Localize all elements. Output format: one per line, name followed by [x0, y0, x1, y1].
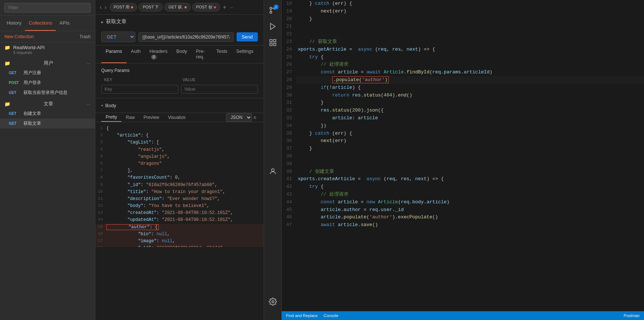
status-bar: Find and Replace Console Postman: [282, 311, 644, 320]
pretty-button[interactable]: Pretty: [101, 113, 121, 122]
filter-section: [0, 0, 95, 16]
git-icon-btn[interactable]: 2: [266, 3, 280, 18]
status-postman: Postman: [624, 313, 640, 318]
tab-history[interactable]: History: [3, 16, 25, 31]
code-editor[interactable]: 18 } catch (err) { 19 next(err) 20 } 21 …: [282, 0, 644, 311]
editor-line-27: 27 const article = await Article.findByI…: [282, 69, 644, 76]
tab-pill-label-2: GET 获.: [168, 4, 183, 10]
method-select[interactable]: GET POST PUT DELETE: [101, 32, 135, 42]
editor-line-29: 29 if(!article) {: [282, 84, 644, 92]
response-body: 1{ 2 "article": { 3 "tagList": [ 4 "reac…: [95, 122, 264, 247]
tab-pill-label-0: POST 用: [114, 4, 130, 10]
request-title: 获取文章: [106, 18, 127, 25]
status-console[interactable]: Console: [323, 313, 338, 318]
url-bar: GET POST PUT DELETE Send: [95, 29, 264, 46]
request-name-create-article: 创建文章: [23, 110, 41, 117]
method-badge-get3: GET: [9, 112, 21, 116]
code-line-6: 6 "dragons": [95, 160, 264, 167]
svg-rect-7: [273, 43, 275, 46]
tab-collections[interactable]: Collections: [25, 16, 56, 31]
run-icon-btn[interactable]: [266, 19, 280, 34]
send-button[interactable]: Send: [237, 32, 258, 41]
gear-icon-btn[interactable]: [266, 294, 280, 309]
editor-line-28: 28 .populate('author'): [282, 76, 644, 84]
code-line-17: 17 "image": null,: [95, 238, 264, 245]
code-line-3: 3 "tagList": [: [95, 139, 264, 146]
editor-line-36: 36 next(err): [282, 137, 644, 145]
code-line-1: 1{: [95, 125, 264, 132]
value-input[interactable]: [181, 85, 258, 94]
request-item-login[interactable]: POST 用户登录: [0, 78, 95, 88]
back-button[interactable]: ‹: [100, 4, 102, 11]
request-item-register[interactable]: GET 用户注册: [0, 68, 95, 78]
visualize-button[interactable]: Visualize: [164, 113, 190, 121]
grid-icon-btn[interactable]: [266, 35, 280, 50]
git-badge: 2: [274, 4, 279, 10]
request-item-create-article[interactable]: GET 创建文章: [0, 109, 95, 119]
tab-dot-2: [184, 6, 187, 8]
method-badge-get4: GET: [9, 121, 21, 126]
code-line-7: 7 ],: [95, 167, 264, 174]
tab-prereq[interactable]: Pre-req.: [191, 46, 212, 63]
preview-button[interactable]: Preview: [139, 113, 164, 121]
tab-pill-0[interactable]: POST 用: [110, 3, 138, 11]
url-input[interactable]: [138, 32, 234, 42]
key-col-header: KEY: [101, 76, 180, 83]
tab-pill-label-1: POST 下: [143, 4, 159, 10]
tab-headers[interactable]: Headers 8: [145, 46, 172, 63]
status-find-replace[interactable]: Find and Replace: [286, 313, 318, 318]
code-line-5: 5 "angularjs",: [95, 153, 264, 160]
add-tab-button[interactable]: +: [223, 4, 226, 11]
params-header: KEY VALUE: [101, 76, 258, 83]
tab-params[interactable]: Params: [101, 46, 127, 63]
editor-line-26: 26 // 处理请求: [282, 61, 644, 69]
tab-apis[interactable]: APIs: [56, 16, 73, 31]
more-tabs-button[interactable]: ···: [229, 4, 234, 10]
sidebar-actions: New Collection Trash: [0, 31, 95, 43]
category-dots-users[interactable]: ···: [87, 61, 91, 66]
editor-line-31: 31 }: [282, 99, 644, 107]
request-name-register: 用户注册: [23, 70, 41, 76]
code-line-10: 10 "title": "How to train your dragon1",: [95, 189, 264, 196]
wrap-button[interactable]: ≡: [252, 113, 258, 122]
editor-line-32: 32 res.status(200).json({: [282, 107, 644, 114]
tab-body[interactable]: Body: [172, 46, 192, 63]
trash-button[interactable]: Trash: [80, 34, 91, 39]
svg-point-0: [270, 11, 272, 14]
request-name-get-article: 获取文章: [23, 120, 41, 127]
query-params-section: Query Params KEY VALUE: [95, 63, 264, 98]
category-dots-articles[interactable]: ···: [87, 101, 91, 107]
tab-settings[interactable]: Settings: [232, 46, 258, 63]
tab-pill-3[interactable]: POST 创: [192, 3, 220, 11]
tab-tests[interactable]: Tests: [212, 46, 232, 63]
chevron-icon: ▸: [101, 19, 104, 25]
request-item-current-user[interactable]: GET 获取当前登录用户信息: [0, 88, 95, 98]
folder-icon: 📁: [4, 45, 10, 50]
tab-auth[interactable]: Auth: [127, 46, 145, 63]
key-input[interactable]: [101, 85, 178, 94]
request-item-get-article[interactable]: GET 获取文章: [0, 119, 95, 128]
collection-item[interactable]: 📁 RealWorld-API 5 requests: [0, 43, 95, 57]
tab-pill-2[interactable]: GET 获.: [164, 3, 191, 11]
code-line-16: 16 "bio": null,: [95, 231, 264, 238]
format-select[interactable]: JSON XML Text: [226, 113, 252, 122]
tab-pill-1[interactable]: POST 下: [139, 3, 163, 11]
svg-point-2: [270, 7, 272, 10]
svg-point-8: [271, 169, 274, 171]
category-name-users: 用户: [44, 60, 53, 66]
method-badge-get2: GET: [9, 91, 21, 95]
code-line-14: 14 "updatedAt": "2021-08-04T06:10:52.101…: [95, 217, 264, 223]
body-header[interactable]: ▾ Body: [101, 100, 258, 111]
code-editor-panel: 18 } catch (err) { 19 next(err) 20 } 21 …: [282, 0, 644, 320]
filter-input[interactable]: [4, 3, 91, 12]
editor-line-20: 20 }: [282, 15, 644, 23]
body-title: Body: [105, 103, 116, 108]
editor-line-33: 33 article: article: [282, 114, 644, 122]
forward-button[interactable]: ›: [105, 4, 106, 11]
raw-button[interactable]: Raw: [121, 113, 139, 121]
editor-line-30: 30 return res.status(404).end(): [282, 92, 644, 99]
new-collection-button[interactable]: New Collection: [4, 34, 34, 39]
editor-line-47: 47 await article.save(): [282, 221, 644, 229]
person-icon-btn[interactable]: [266, 164, 280, 179]
editor-line-37: 37 }: [282, 145, 644, 153]
